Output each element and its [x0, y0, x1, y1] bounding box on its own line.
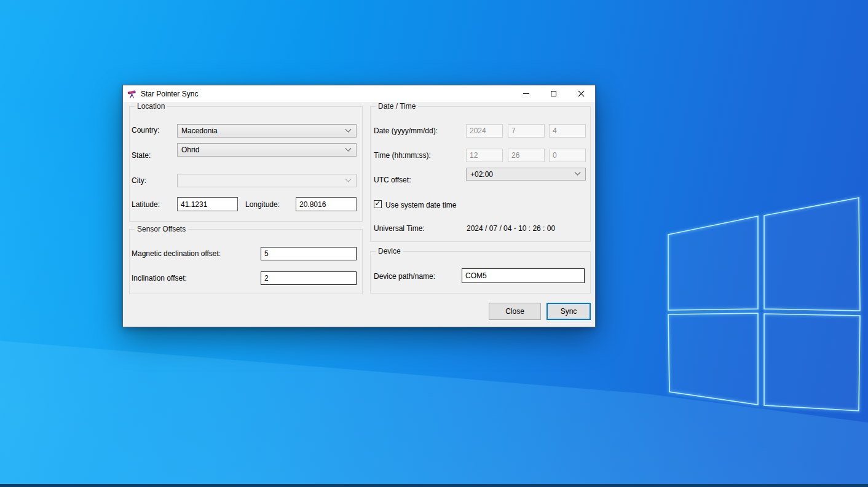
check-icon: ✓: [374, 200, 381, 207]
chevron-down-icon: [345, 176, 352, 182]
logo-pane-bottom-left: [668, 313, 758, 405]
time-hour-input[interactable]: [466, 149, 503, 162]
location-group-label: Location: [135, 102, 167, 111]
utc-offset-combobox[interactable]: +02:00: [466, 168, 586, 181]
sync-button[interactable]: Sync: [546, 303, 591, 320]
utc-offset-value: +02:00: [470, 170, 575, 179]
country-combobox[interactable]: Macedonia: [177, 124, 357, 138]
country-label: Country:: [132, 126, 159, 134]
device-path-input[interactable]: [462, 268, 585, 283]
chevron-down-icon: [575, 169, 581, 176]
city-label: City:: [132, 176, 146, 185]
utc-offset-label: UTC offset:: [374, 176, 411, 184]
minimize-button[interactable]: [512, 85, 540, 102]
maximize-icon: [551, 91, 556, 96]
date-month-input[interactable]: [508, 124, 545, 138]
state-value: Ohrid: [181, 146, 346, 154]
inclination-offset-input[interactable]: [261, 271, 357, 285]
country-value: Macedonia: [181, 127, 346, 135]
window-title: Star Pointer Sync: [141, 90, 198, 98]
inclination-offset-label: Inclination offset:: [132, 274, 187, 282]
latitude-input[interactable]: [177, 197, 238, 211]
star-pointer-sync-window: Star Pointer Sync Location Country: Mace…: [122, 85, 596, 327]
close-window-button[interactable]: [567, 85, 595, 102]
taskbar-edge[interactable]: [0, 484, 868, 487]
desktop-wallpaper: Star Pointer Sync Location Country: Mace…: [0, 0, 868, 487]
sensor-offsets-group-label: Sensor Offsets: [135, 225, 188, 233]
logo-pane-top-right: [764, 198, 860, 311]
logo-pane-bottom-right: [764, 314, 860, 411]
datetime-group-label: Date / Time: [376, 102, 418, 111]
device-path-label: Device path/name:: [374, 272, 435, 281]
time-minute-input[interactable]: [508, 149, 545, 162]
state-label: State:: [132, 151, 151, 160]
minimize-icon: [523, 93, 529, 94]
longitude-input[interactable]: [296, 197, 357, 211]
telescope-app-icon: [127, 89, 137, 99]
chevron-down-icon: [345, 145, 352, 151]
date-day-input[interactable]: [549, 124, 586, 138]
longitude-label: Longitude:: [245, 200, 280, 209]
close-button[interactable]: Close: [489, 303, 541, 320]
close-icon: [578, 90, 585, 97]
magnetic-declination-label: Magnetic declination offset:: [132, 249, 221, 258]
date-year-input[interactable]: [466, 124, 503, 138]
time-second-input[interactable]: [549, 149, 586, 162]
universal-time-label: Universal Time:: [374, 224, 425, 233]
chevron-down-icon: [345, 126, 352, 132]
universal-time-value: 2024 / 07 / 04 - 10 : 26 : 00: [467, 224, 555, 233]
date-label: Date (yyyy/mm/dd):: [374, 127, 438, 135]
device-group-label: Device: [376, 247, 403, 255]
city-combobox[interactable]: [177, 174, 357, 187]
state-combobox[interactable]: Ohrid: [177, 143, 357, 157]
magnetic-declination-input[interactable]: [261, 247, 357, 260]
latitude-label: Latitude:: [132, 200, 160, 209]
use-system-datetime-checkbox[interactable]: ✓: [374, 200, 382, 208]
time-label: Time (hh:mm:ss):: [374, 151, 431, 160]
use-system-datetime-label: Use system date time: [385, 201, 456, 209]
maximize-button[interactable]: [540, 85, 567, 102]
